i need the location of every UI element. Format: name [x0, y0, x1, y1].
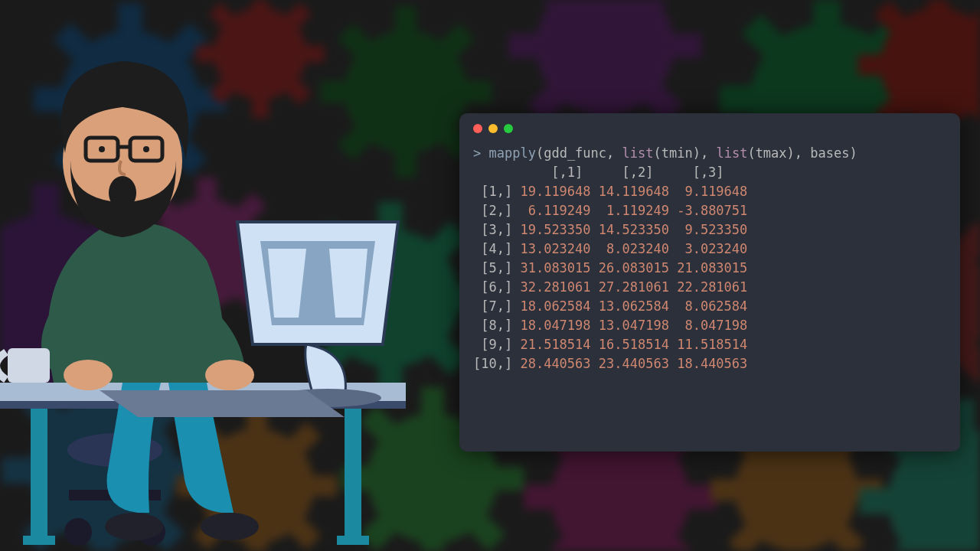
- terminal-window: > mapply(gdd_func, list(tmin), list(tmax…: [459, 113, 960, 452]
- minimize-icon[interactable]: [488, 124, 498, 133]
- terminal-output: > mapply(gdd_func, list(tmin), list(tmax…: [473, 144, 946, 373]
- close-icon[interactable]: [473, 124, 482, 133]
- maximize-icon[interactable]: [504, 124, 513, 133]
- window-controls: [473, 124, 946, 133]
